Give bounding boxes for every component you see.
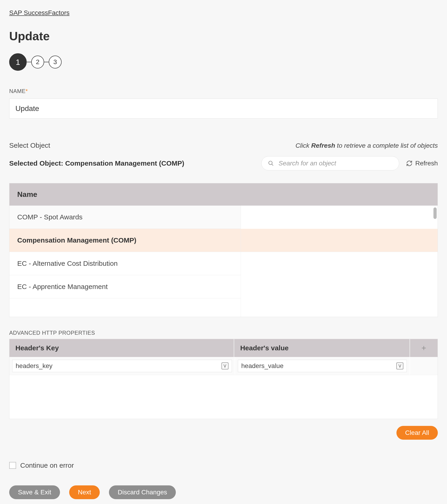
- header-key-input[interactable]: headers_key V: [12, 360, 232, 372]
- table-row[interactable]: EC - Alternative Cost Distribution: [9, 252, 241, 275]
- http-properties-table: Header's Key Header's value headers_key …: [9, 339, 438, 419]
- object-table-header-name: Name: [9, 183, 438, 206]
- step-2[interactable]: 2: [31, 55, 44, 69]
- table-row[interactable]: COMP - Spot Awards: [9, 206, 241, 229]
- continue-on-error-checkbox[interactable]: [9, 462, 16, 469]
- object-table: Name COMP - Spot Awards Compensation Man…: [9, 183, 438, 317]
- svg-point-0: [269, 161, 272, 164]
- refresh-hint: Click Refresh to retrieve a complete lis…: [296, 142, 438, 149]
- scrollbar-thumb[interactable]: [433, 207, 437, 219]
- continue-on-error-label: Continue on error: [20, 462, 74, 469]
- wizard-stepper: 1 2 3: [9, 53, 438, 71]
- search-icon: [268, 160, 274, 166]
- select-object-label: Select Object: [9, 142, 50, 149]
- clear-all-button[interactable]: Clear All: [396, 426, 438, 440]
- refresh-button[interactable]: Refresh: [406, 160, 438, 167]
- table-row-selected[interactable]: Compensation Management (COMP): [9, 229, 438, 252]
- variable-icon[interactable]: V: [396, 362, 403, 369]
- next-button[interactable]: Next: [69, 486, 100, 499]
- table-row[interactable]: EC - Apprentice Management: [9, 275, 241, 298]
- name-label: NAME*: [9, 88, 438, 94]
- page-title: Update: [9, 29, 438, 43]
- search-input[interactable]: [279, 160, 392, 167]
- add-header-button[interactable]: [410, 339, 438, 357]
- selected-object-text: Selected Object: Compensation Management…: [9, 160, 254, 167]
- advanced-http-label: ADVANCED HTTP PROPERTIES: [9, 330, 438, 336]
- search-container[interactable]: [261, 156, 399, 170]
- step-connector: [44, 62, 49, 62]
- refresh-icon: [406, 160, 412, 166]
- http-table-empty-area: [9, 375, 438, 419]
- header-value-input[interactable]: headers_value V: [238, 360, 407, 372]
- http-header-key-col: Header's Key: [9, 339, 234, 357]
- http-header-value-col: Header's value: [234, 339, 410, 357]
- step-1[interactable]: 1: [9, 53, 27, 71]
- svg-line-1: [272, 164, 273, 166]
- column-divider: [241, 206, 241, 317]
- plus-icon: [421, 345, 427, 351]
- variable-icon[interactable]: V: [222, 362, 228, 369]
- discard-changes-button[interactable]: Discard Changes: [109, 486, 176, 499]
- save-exit-button[interactable]: Save & Exit: [9, 486, 60, 499]
- name-input[interactable]: [9, 99, 438, 119]
- breadcrumb-link[interactable]: SAP SuccessFactors: [9, 9, 69, 16]
- step-connector: [27, 62, 31, 62]
- step-3[interactable]: 3: [49, 55, 62, 69]
